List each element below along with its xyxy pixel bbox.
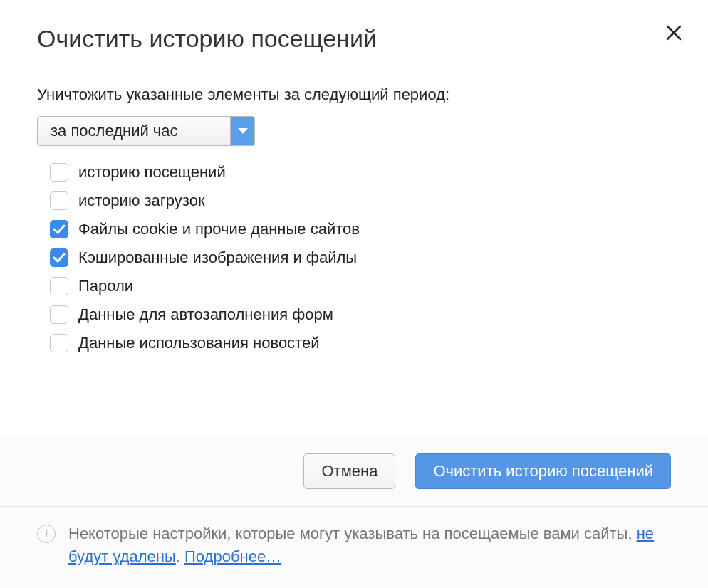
checkbox[interactable] (50, 334, 68, 352)
option-cookies: Файлы cookie и прочие данные сайтов (50, 220, 671, 238)
cancel-button[interactable]: Отмена (303, 453, 395, 490)
prompt-text: Уничтожить указанные элементы за следующ… (37, 84, 671, 106)
option-news-usage: Данные использования новостей (50, 334, 671, 352)
checkbox[interactable] (50, 163, 68, 182)
clear-history-button[interactable]: Очистить историю посещений (415, 453, 671, 490)
dialog-title: Очистить историю посещений (37, 23, 671, 54)
option-label[interactable]: историю загрузок (78, 191, 205, 210)
chevron-down-icon (230, 117, 254, 145)
option-label[interactable]: Пароли (78, 277, 133, 295)
option-label[interactable]: Файлы cookie и прочие данные сайтов (78, 220, 360, 238)
option-cached-images: Кэшированные изображения и файлы (50, 248, 671, 267)
option-browsing-history: историю посещений (50, 163, 671, 182)
option-label[interactable]: Данные использования новостей (78, 334, 319, 352)
footer-text-before: Некоторые настройки, которые могут указы… (68, 525, 637, 542)
period-select-value: за последний час (38, 117, 230, 145)
option-download-history: историю загрузок (50, 191, 671, 210)
option-label[interactable]: Данные для автозаполнения форм (78, 305, 333, 324)
checkbox[interactable] (50, 305, 68, 324)
button-bar: Отмена Очистить историю посещений (0, 436, 708, 508)
svg-marker-2 (238, 128, 248, 134)
option-label[interactable]: Кэшированные изображения и файлы (78, 248, 357, 267)
dialog-footer: i Некоторые настройки, которые могут ука… (0, 507, 708, 588)
options-list: историю посещений историю загрузок Файлы… (37, 163, 671, 352)
checkbox[interactable] (50, 191, 68, 210)
option-autofill: Данные для автозаполнения форм (50, 305, 671, 324)
checkbox[interactable] (50, 248, 68, 267)
clear-history-dialog: Очистить историю посещений Уничтожить ук… (0, 0, 708, 588)
dialog-header: Очистить историю посещений (0, 0, 708, 54)
period-select[interactable]: за последний час (37, 116, 255, 146)
footer-text: Некоторые настройки, которые могут указы… (68, 523, 671, 568)
option-label[interactable]: историю посещений (78, 163, 226, 182)
option-passwords: Пароли (50, 277, 671, 295)
footer-separator: . (176, 547, 184, 565)
check-icon (53, 224, 66, 234)
learn-more-link[interactable]: Подробнее… (184, 547, 281, 565)
checkbox[interactable] (50, 277, 68, 295)
close-icon (665, 24, 682, 41)
info-icon: i (37, 525, 56, 543)
check-icon (53, 253, 66, 263)
close-button[interactable] (662, 21, 685, 44)
checkbox[interactable] (50, 220, 68, 238)
dialog-content: Уничтожить указанные элементы за следующ… (0, 54, 708, 435)
